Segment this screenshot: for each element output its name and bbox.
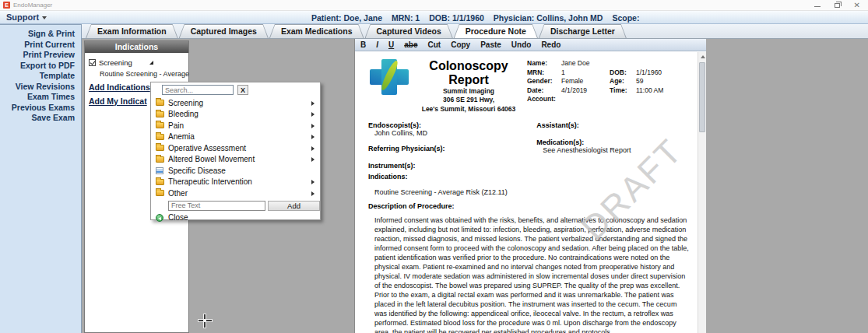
support-menu-label: Support bbox=[6, 12, 39, 22]
strikethrough-button[interactable]: abe bbox=[404, 40, 417, 49]
tab-procedure-note[interactable]: Procedure Note bbox=[454, 24, 538, 38]
folder-icon bbox=[156, 190, 164, 196]
sidebar-item-export-pdf[interactable]: Export to PDF bbox=[0, 61, 81, 72]
procedure-note-document: B I U abe Cut Copy Paste Undo Redo Colon… bbox=[354, 39, 706, 333]
menu-item-anemia[interactable]: Anemia bbox=[151, 131, 320, 143]
patient-physician: Physician: Collins, John MD bbox=[494, 13, 603, 23]
close-icon[interactable]: ✕ bbox=[854, 2, 860, 9]
assistants-label: Assistant(s): bbox=[536, 121, 692, 129]
sidebar-item-print-current[interactable]: Print Current bbox=[0, 40, 81, 51]
endomanager-window: E EndoManager ✕ Support Patient: Doe, Ja… bbox=[0, 0, 868, 333]
patient-name: Patient: Doe, Jane bbox=[311, 13, 382, 23]
menu-item-operative-assessment[interactable]: Operative Assessment bbox=[151, 142, 320, 154]
sidebar-item-previous-exams[interactable]: Previous Exams bbox=[0, 103, 81, 114]
italic-button[interactable]: I bbox=[376, 40, 378, 49]
facility-address1: 306 SE 291 Hwy, bbox=[410, 96, 527, 104]
patient-dob: DOB: 1/1/1960 bbox=[429, 13, 484, 23]
screening-label: Screening bbox=[99, 58, 132, 67]
indication-value: Routine Screening - Average Risk (Z12.11… bbox=[368, 188, 546, 196]
submenu-arrow-icon bbox=[311, 146, 315, 151]
underline-button[interactable]: U bbox=[388, 40, 394, 49]
menu-item-therapeutic-intervention[interactable]: Therapeutic Intervention bbox=[151, 177, 320, 188]
add-button[interactable]: Add bbox=[268, 201, 320, 211]
menu-item-screening[interactable]: Screening bbox=[151, 97, 320, 109]
submenu-arrow-icon bbox=[311, 124, 315, 128]
screening-checkbox[interactable] bbox=[89, 59, 96, 66]
sidebar-item-sign-print[interactable]: Sign & Print bbox=[0, 29, 81, 40]
search-input[interactable] bbox=[162, 85, 234, 95]
title-bar: E EndoManager ✕ bbox=[0, 0, 868, 11]
menu-item-specific-disease[interactable]: Specific Disease bbox=[151, 165, 320, 177]
expand-triangle-icon[interactable] bbox=[149, 61, 153, 65]
menu-item-other[interactable]: Other bbox=[151, 188, 320, 199]
clinic-logo bbox=[368, 58, 410, 96]
endoscopist-value: John Collins, MD bbox=[368, 129, 546, 137]
cut-button[interactable]: Cut bbox=[427, 40, 441, 49]
tab-exam-medications[interactable]: Exam Medications bbox=[269, 24, 364, 38]
folder-icon bbox=[156, 100, 164, 106]
submenu-arrow-icon bbox=[311, 157, 315, 162]
menu-item-close[interactable]: Close bbox=[151, 212, 320, 224]
free-text-input[interactable] bbox=[168, 201, 265, 211]
screening-sub-value: Routine Screening - Average bbox=[100, 70, 184, 78]
patient-mrn: MRN: 1 bbox=[392, 13, 420, 23]
bold-button[interactable]: B bbox=[360, 40, 366, 49]
chevron-down-icon bbox=[42, 16, 47, 19]
tab-exam-information[interactable]: Exam Information bbox=[86, 24, 178, 38]
tab-captured-images[interactable]: Captured Images bbox=[179, 24, 269, 38]
facility-name: Summit Imaging bbox=[410, 87, 527, 96]
document-scrollbar[interactable] bbox=[698, 52, 706, 333]
report-body[interactable]: Colonoscopy Report Summit Imaging 306 SE… bbox=[355, 52, 698, 333]
editor-toolbar: B I U abe Cut Copy Paste Undo Redo bbox=[355, 39, 706, 51]
minimize-icon[interactable] bbox=[814, 6, 821, 7]
screening-indication-row[interactable]: Screening bbox=[89, 58, 184, 67]
scrollbar-thumb[interactable] bbox=[699, 62, 705, 132]
submenu-arrow-icon bbox=[311, 112, 315, 117]
instruments-label: Instrument(s): bbox=[368, 162, 546, 170]
report-title: Colonoscopy Report bbox=[410, 59, 527, 87]
list-icon bbox=[156, 167, 163, 174]
medications-label: Medication(s): bbox=[536, 138, 692, 146]
folder-icon bbox=[156, 156, 164, 163]
sidebar-item-save-exam[interactable]: Save Exam bbox=[0, 113, 81, 124]
submenu-arrow-icon bbox=[311, 180, 315, 184]
endoscopists-label: Endoscopist(s): bbox=[368, 121, 546, 129]
medication-value: See Anesthesiologist Report bbox=[536, 146, 692, 154]
menu-item-altered-bowel-movement[interactable]: Altered Bowel Movement bbox=[151, 154, 320, 166]
sidebar-item-template[interactable]: Template bbox=[0, 71, 81, 82]
tab-strip: Exam Information Captured Images Exam Me… bbox=[82, 24, 868, 39]
facility-address2: Lee's Summit, Missouri 64063 bbox=[410, 105, 527, 114]
referring-physician-label: Referring Physician(s): bbox=[368, 145, 546, 152]
indications-label: Indications: bbox=[368, 173, 546, 181]
folder-icon bbox=[156, 134, 164, 140]
window-title: EndoManager bbox=[13, 2, 52, 9]
tab-discharge-letter[interactable]: Discharge Letter bbox=[539, 24, 627, 38]
indications-dropdown-menu: X Screening Bleeding Pain Anemia Operati… bbox=[150, 82, 321, 220]
restore-icon[interactable] bbox=[835, 3, 840, 8]
submenu-arrow-icon bbox=[311, 191, 315, 196]
undo-button[interactable]: Undo bbox=[511, 40, 532, 49]
tab-captured-videos[interactable]: Captured Videos bbox=[365, 24, 453, 38]
patient-scope: Scope: bbox=[612, 13, 639, 23]
sidebar-item-print-preview[interactable]: Print Preview bbox=[0, 50, 81, 61]
redo-button[interactable]: Redo bbox=[541, 40, 561, 49]
description-label: Description of Procedure: bbox=[368, 202, 692, 210]
sidebar-item-exam-times[interactable]: Exam Times bbox=[0, 92, 81, 103]
menu-item-pain[interactable]: Pain bbox=[151, 120, 320, 131]
folder-icon bbox=[156, 122, 164, 128]
left-sidebar: Sign & Print Print Current Print Preview… bbox=[0, 24, 82, 333]
menu-item-bleeding[interactable]: Bleeding bbox=[151, 109, 320, 121]
crosshair-cursor bbox=[199, 314, 212, 328]
copy-button[interactable]: Copy bbox=[451, 40, 470, 49]
scroll-up-icon[interactable] bbox=[698, 52, 707, 61]
menu-bar: Support Patient: Doe, Jane MRN: 1 DOB: 1… bbox=[0, 11, 868, 24]
folder-icon bbox=[156, 111, 164, 117]
clear-search-button[interactable]: X bbox=[237, 85, 248, 95]
indications-panel-title: Indications bbox=[85, 41, 188, 53]
description-text: Informed consent was obtained with the r… bbox=[368, 216, 692, 333]
sidebar-item-view-revisions[interactable]: View Revisions bbox=[0, 82, 81, 93]
submenu-arrow-icon bbox=[311, 101, 315, 106]
paste-button[interactable]: Paste bbox=[480, 40, 501, 49]
app-icon: E bbox=[3, 2, 10, 9]
support-menu[interactable]: Support bbox=[0, 12, 47, 22]
